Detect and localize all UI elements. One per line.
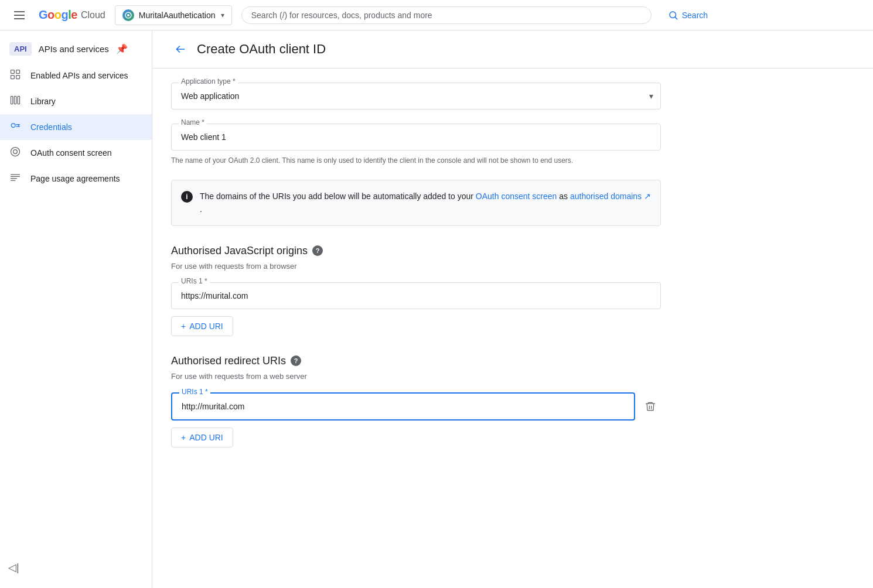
svg-rect-0: [14, 11, 25, 12]
svg-point-15: [11, 148, 20, 156]
info-text: The domains of the URIs you add below wi…: [200, 190, 651, 216]
search-icon: [668, 10, 678, 20]
add-uri-label: ADD URI: [189, 322, 223, 331]
sidebar-item-enabled-apis[interactable]: Enabled APIs and services: [0, 63, 152, 88]
name-group: Name The name of your OAuth 2.0 client. …: [171, 124, 661, 166]
svg-point-16: [13, 150, 18, 154]
redirect-uri-1-label: URIs 1 *: [179, 388, 210, 396]
sidebar-item-label: Page usage agreements: [30, 174, 120, 183]
search-button[interactable]: Search: [661, 6, 715, 24]
form-content: Application type Web application ▾ Name …: [152, 69, 680, 480]
plus-icon: +: [181, 322, 186, 331]
plus-icon: +: [181, 433, 186, 442]
js-origins-help-icon[interactable]: ?: [312, 245, 323, 256]
js-origins-section: Authorised JavaScript origins ? For use …: [171, 245, 661, 336]
svg-rect-8: [16, 70, 20, 74]
search-button-label: Search: [682, 11, 708, 20]
delete-icon: [644, 401, 656, 412]
api-badge: API: [9, 42, 32, 56]
js-origins-uri-1-field: URIs 1 *: [171, 282, 661, 309]
js-origins-uri-1-label: URIs 1 *: [179, 277, 210, 285]
js-origins-add-uri-button[interactable]: + ADD URI: [171, 316, 233, 336]
oauth-consent-icon: [9, 146, 21, 160]
sidebar-item-label: Credentials: [30, 122, 72, 132]
svg-rect-7: [11, 70, 15, 74]
redirect-uris-title-text: Authorised redirect URIs: [171, 355, 286, 367]
page-header: Create OAuth client ID: [152, 30, 873, 69]
svg-rect-10: [16, 76, 20, 79]
js-origins-title: Authorised JavaScript origins ?: [171, 245, 661, 257]
project-icon: [122, 9, 134, 21]
project-name: MuritalAauthetication: [139, 11, 216, 20]
js-origins-subtitle: For use with requests from a browser: [171, 262, 661, 271]
chevron-down-icon: ▾: [221, 11, 224, 19]
authorised-domains-link[interactable]: authorised domains ↗: [570, 192, 651, 201]
info-text-main: The domains of the URIs you add below wi…: [200, 192, 476, 201]
sidebar-item-oauth-consent[interactable]: OAuth consent screen: [0, 140, 152, 166]
redirect-uri-1-row: URIs 1 *: [171, 392, 661, 421]
info-text-middle: as: [559, 192, 570, 201]
application-type-select[interactable]: Web application: [172, 83, 660, 109]
svg-line-6: [675, 17, 677, 19]
app-layout: API APIs and services 📌 Enabled APIs and…: [0, 30, 873, 588]
name-label: Name: [179, 118, 207, 127]
js-origins-title-text: Authorised JavaScript origins: [171, 245, 308, 257]
top-navigation: Google Cloud MuritalAauthetication ▾ Sea…: [0, 0, 873, 30]
svg-rect-9: [11, 76, 15, 79]
sidebar-item-label: Library: [30, 97, 56, 106]
redirect-uris-add-uri-button[interactable]: + ADD URI: [171, 428, 233, 447]
oauth-consent-link[interactable]: OAuth consent screen: [476, 192, 557, 201]
sidebar-item-library[interactable]: Library: [0, 88, 152, 114]
redirect-uris-title: Authorised redirect URIs ?: [171, 355, 661, 367]
svg-rect-11: [11, 96, 13, 104]
enabled-apis-icon: [9, 69, 21, 83]
page-usage-icon: [9, 172, 21, 186]
redirect-uri-1-input[interactable]: [172, 394, 634, 419]
sidebar-item-label: OAuth consent screen: [30, 148, 112, 158]
search-placeholder: Search (/) for resources, docs, products…: [251, 11, 642, 20]
redirect-uris-subtitle: For use with requests from a web server: [171, 372, 661, 381]
back-button[interactable]: [171, 40, 190, 59]
svg-rect-1: [14, 15, 25, 16]
application-type-label: Application type: [179, 77, 238, 86]
application-type-field: Application type Web application ▾: [171, 83, 661, 110]
redirect-uri-1-field: URIs 1 *: [171, 392, 635, 421]
svg-point-4: [127, 14, 129, 16]
back-arrow-icon: [175, 43, 186, 55]
js-origins-uri-1-input[interactable]: [172, 283, 660, 309]
project-selector[interactable]: MuritalAauthetication ▾: [115, 5, 232, 25]
pin-icon: 📌: [116, 43, 128, 54]
info-box: i The domains of the URIs you add below …: [171, 180, 661, 226]
sidebar-title: APIs and services: [39, 44, 109, 54]
svg-rect-12: [14, 96, 16, 104]
info-icon: i: [181, 191, 193, 203]
svg-point-14: [11, 124, 15, 128]
sidebar-item-credentials[interactable]: Credentials: [0, 114, 152, 140]
name-helper-text: The name of your OAuth 2.0 client. This …: [171, 155, 661, 166]
collapse-sidebar-button[interactable]: ◁|: [6, 559, 22, 576]
info-text-end: .: [200, 204, 202, 214]
sidebar-item-page-usage[interactable]: Page usage agreements: [0, 166, 152, 192]
cloud-text: Cloud: [81, 10, 105, 20]
sidebar: API APIs and services 📌 Enabled APIs and…: [0, 30, 152, 588]
sidebar-header: API APIs and services 📌: [0, 35, 152, 63]
svg-rect-2: [14, 18, 25, 19]
application-type-group: Application type Web application ▾: [171, 83, 661, 110]
redirect-uris-help-icon[interactable]: ?: [291, 355, 301, 366]
sidebar-item-label: Enabled APIs and services: [30, 71, 128, 80]
svg-rect-13: [18, 96, 19, 104]
library-icon: [9, 94, 21, 108]
google-cloud-logo[interactable]: Google Cloud: [39, 8, 105, 22]
redirect-uri-1-delete-button[interactable]: [640, 396, 661, 417]
search-bar[interactable]: Search (/) for resources, docs, products…: [241, 6, 652, 24]
page-title: Create OAuth client ID: [197, 42, 326, 57]
credentials-icon: [9, 120, 21, 134]
hamburger-menu[interactable]: [9, 6, 29, 24]
name-field: Name: [171, 124, 661, 151]
name-input[interactable]: [172, 124, 660, 150]
redirect-uris-section: Authorised redirect URIs ? For use with …: [171, 355, 661, 447]
main-content: Create OAuth client ID Application type …: [152, 30, 873, 588]
add-uri-label: ADD URI: [189, 433, 223, 442]
